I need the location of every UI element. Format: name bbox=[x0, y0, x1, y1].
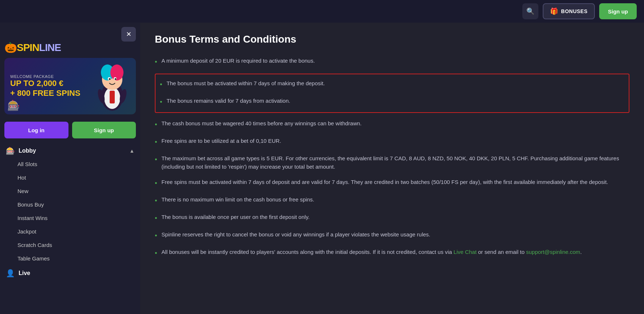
bullet-4: • bbox=[155, 120, 157, 130]
terms-text-10: Spinline reserves the right to cancel th… bbox=[161, 231, 430, 239]
search-icon: 🔍 bbox=[526, 7, 534, 15]
terms-item-8: • There is no maximum win limit on the c… bbox=[155, 192, 629, 209]
terms-text-9: The bonus is available once per user on … bbox=[161, 213, 310, 221]
bonuses-button[interactable]: 🎁 BONUSES bbox=[543, 3, 595, 19]
bullet-3: • bbox=[160, 97, 162, 107]
terms-item-1: • A minimum deposit of 20 EUR is require… bbox=[155, 53, 629, 71]
sidebar-item-table-games[interactable]: Table Games bbox=[0, 252, 140, 265]
terms-item-3: • The bonus remains valid for 7 days fro… bbox=[156, 93, 629, 111]
sidebar-item-bonus-buy[interactable]: Bonus Buy bbox=[0, 198, 140, 211]
terms-list: • A minimum deposit of 20 EUR is require… bbox=[155, 53, 629, 262]
svg-rect-2 bbox=[110, 91, 115, 103]
sidebar-item-new[interactable]: New bbox=[0, 184, 140, 198]
terms-text-3: The bonus remains valid for 7 days from … bbox=[166, 97, 290, 105]
bullet-5: • bbox=[155, 137, 157, 147]
terms-text-8: There is no maximum win limit on the cas… bbox=[161, 196, 314, 204]
banner-welcome: WELCOME PACKAGE bbox=[10, 74, 80, 79]
live-chat-link[interactable]: Live Chat bbox=[453, 249, 476, 255]
live-section-header[interactable]: 👤 Live bbox=[0, 265, 140, 280]
bullet-6: • bbox=[155, 155, 157, 165]
terms-text-6: The maximum bet across all game types is… bbox=[161, 154, 629, 171]
banner-text: WELCOME PACKAGE UP TO 2,000 € + 800 FREE… bbox=[4, 68, 86, 103]
banner-spins: + 800 FREE SPINS bbox=[10, 89, 80, 98]
slots-icon: 🎰 bbox=[6, 146, 15, 155]
page-title: Bonus Terms and Conditions bbox=[155, 34, 629, 45]
terms-item-11: • All bonuses will be instantly credited… bbox=[155, 244, 629, 262]
logo: 🎃SPINLINE bbox=[4, 42, 61, 54]
svg-point-5 bbox=[110, 64, 123, 81]
svg-point-9 bbox=[115, 78, 117, 80]
highlight-box: • The bonus must be activated within 7 d… bbox=[155, 74, 629, 113]
sidebar-signup-button[interactable]: Sign up bbox=[72, 122, 136, 138]
bullet-9: • bbox=[155, 213, 157, 223]
main-layout: ✕ 🎃SPINLINE WELCOME PACKAGE UP TO 2,000 … bbox=[0, 23, 644, 314]
sidebar: ✕ 🎃SPINLINE WELCOME PACKAGE UP TO 2,000 … bbox=[0, 23, 140, 314]
terms-text-4: The cash bonus must be wagered 40 times … bbox=[161, 119, 361, 128]
terms-text-11: All bonuses will be instantly credited t… bbox=[161, 248, 582, 256]
sidebar-item-all-slots[interactable]: All Slots bbox=[0, 157, 140, 171]
close-icon: ✕ bbox=[126, 30, 131, 38]
sidebar-item-scratch-cards[interactable]: Scratch Cards bbox=[0, 238, 140, 252]
bullet-8: • bbox=[155, 196, 157, 206]
sidebar-close-area: ✕ bbox=[0, 23, 140, 42]
chevron-up-icon: ▲ bbox=[129, 148, 134, 154]
terms-text-1: A minimum deposit of 20 EUR is required … bbox=[161, 57, 315, 65]
content-area: Bonus Terms and Conditions • A minimum d… bbox=[140, 23, 644, 314]
live-icon: 👤 bbox=[6, 269, 15, 278]
sidebar-item-hot[interactable]: Hot bbox=[0, 171, 140, 184]
highlighted-terms-group: • The bonus must be activated within 7 d… bbox=[155, 71, 629, 116]
terms-item-4: • The cash bonus must be wagered 40 time… bbox=[155, 116, 629, 133]
banner-amount: UP TO 2,000 € bbox=[10, 79, 80, 88]
close-button[interactable]: ✕ bbox=[121, 27, 136, 42]
top-header: 🔍 🎁 BONUSES Sign up bbox=[0, 0, 644, 23]
terms-item-7: • Free spins must be activated within 7 … bbox=[155, 174, 629, 192]
login-button[interactable]: Log in bbox=[4, 122, 68, 138]
bonuses-label: BONUSES bbox=[561, 8, 588, 14]
terms-text-7: Free spins must be activated within 7 da… bbox=[161, 178, 608, 187]
bullet-1: • bbox=[155, 57, 157, 67]
gift-icon: 🎁 bbox=[550, 7, 558, 15]
terms-item-9: • The bonus is available once per user o… bbox=[155, 209, 629, 227]
bullet-2: • bbox=[160, 80, 162, 90]
terms-item-10: • Spinline reserves the right to cancel … bbox=[155, 227, 629, 244]
support-email-link[interactable]: support@spinline.com bbox=[526, 249, 580, 255]
search-button[interactable]: 🔍 bbox=[522, 3, 538, 19]
promo-banner[interactable]: WELCOME PACKAGE UP TO 2,000 € + 800 FREE… bbox=[4, 58, 136, 114]
terms-item-5: • Free spins are to be utilized at a bet… bbox=[155, 133, 629, 151]
bullet-7: • bbox=[155, 178, 157, 188]
header-signup-button[interactable]: Sign up bbox=[599, 3, 637, 19]
sidebar-item-jackpot[interactable]: Jackpot bbox=[0, 225, 140, 238]
terms-text-5: Free spins are to be utilized at a bet o… bbox=[161, 137, 281, 145]
auth-buttons: Log in Sign up bbox=[0, 117, 140, 143]
logo-area: 🎃SPINLINE bbox=[0, 42, 140, 55]
svg-point-8 bbox=[109, 78, 111, 80]
bullet-11: • bbox=[155, 248, 157, 258]
banner-character bbox=[89, 58, 136, 114]
lobby-title: 🎰 Lobby bbox=[6, 146, 36, 155]
terms-item-6: • The maximum bet across all game types … bbox=[155, 151, 629, 174]
terms-text-2: The bonus must be activated within 7 day… bbox=[166, 79, 325, 88]
lobby-section-header[interactable]: 🎰 Lobby ▲ bbox=[0, 143, 140, 157]
bullet-10: • bbox=[155, 231, 157, 241]
terms-item-2: • The bonus must be activated within 7 d… bbox=[156, 76, 629, 93]
sidebar-item-instant-wins[interactable]: Instant Wins bbox=[0, 211, 140, 225]
